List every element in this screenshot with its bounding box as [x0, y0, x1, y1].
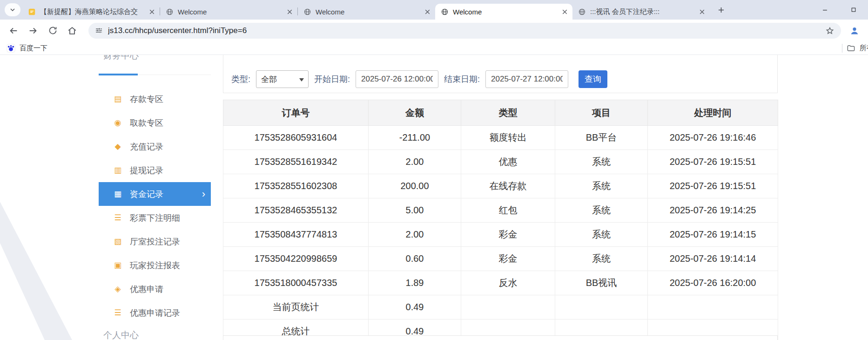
new-tab-button[interactable]: [714, 3, 727, 16]
globe-favicon: [303, 8, 311, 16]
tab-title: 【新提醒】海燕策略论坛综合交: [40, 7, 145, 16]
sidebar-item-deposit-zone[interactable]: ▤ 存款专区: [99, 87, 211, 111]
cell-project: 系统: [555, 247, 648, 271]
close-tab-icon[interactable]: [148, 8, 156, 16]
cell-amount: 1.89: [369, 271, 461, 295]
person-icon: [849, 25, 860, 36]
close-tab-icon[interactable]: [698, 8, 706, 16]
forum-favicon: [28, 8, 36, 16]
cell-type: 反水: [461, 271, 555, 295]
sidebar-item-promo-apply-records[interactable]: ☰ 优惠申请记录: [99, 301, 211, 325]
table-header-row: 订单号 金额 类型 项目 处理时间: [223, 100, 778, 126]
tab-title: Welcome: [316, 8, 421, 16]
tab-search-button[interactable]: [5, 3, 20, 16]
home-icon: [67, 26, 77, 36]
sidebar-item-label: 充值记录: [130, 141, 163, 152]
bookmarks-bar: 百度一下 所有书签: [0, 41, 868, 55]
bookmarks-divider: [842, 44, 842, 53]
close-tab-icon[interactable]: [424, 8, 431, 16]
filter-panel: 类型: 全部 开始日期: 结束日期: 查询: [223, 55, 778, 93]
close-tab-icon[interactable]: [561, 8, 569, 16]
deposit-card-icon: ▤: [113, 94, 123, 104]
cell-amount: -211.00: [369, 126, 461, 150]
tab-title: :::视讯 会员下注纪录:::: [590, 7, 695, 16]
sidebar-section-personal: 个人中心: [99, 329, 211, 340]
cell-project: BB视讯: [555, 271, 648, 295]
sidebar-item-label: 取款专区: [130, 117, 163, 129]
bookmark-baidu[interactable]: 百度一下: [7, 44, 47, 53]
sidebar-item-player-bet-report[interactable]: ▣ 玩家投注报表: [99, 253, 211, 277]
site-info-icon[interactable]: [95, 27, 103, 34]
start-date-input[interactable]: [356, 70, 438, 88]
cell-empty: [461, 295, 555, 320]
table-row: 1753508437774813 2.00 彩金 系统 2025-07-26 1…: [223, 223, 778, 247]
back-button[interactable]: [5, 22, 22, 40]
sidebar-item-recharge-records[interactable]: ◆ 充值记录: [99, 135, 211, 158]
cell-order: 1753504220998659: [223, 247, 369, 271]
cell-order: 1753518000457335: [223, 271, 369, 295]
back-arrow-icon: [8, 26, 19, 36]
chevron-down-icon: [9, 6, 16, 14]
sidebar-item-withdrawal-records[interactable]: ▥ 提现记录: [99, 158, 211, 182]
all-bookmarks[interactable]: 所有书签: [842, 44, 868, 53]
player-report-icon: ▣: [113, 260, 123, 270]
tab-strip: 【新提醒】海燕策略论坛综合交 Welcome W: [0, 0, 868, 20]
withdrawal-records-icon: ▥: [113, 165, 123, 175]
all-bookmarks-label: 所有书签: [860, 44, 868, 53]
background-triangle-decoration: [0, 171, 84, 340]
search-button[interactable]: 查询: [579, 70, 607, 88]
funds-records-table: 订单号 金额 类型 项目 处理时间 1753528605931604 -211.…: [223, 100, 778, 340]
cell-order: 1753528551602308: [223, 174, 369, 198]
maximize-button[interactable]: [839, 0, 868, 20]
sidebar-item-promo-apply[interactable]: ◈ 优惠申请: [99, 277, 211, 301]
pagination-panel: [223, 335, 778, 340]
header-project: 项目: [555, 100, 648, 126]
sidebar-item-label: 优惠申请记录: [130, 307, 180, 319]
globe-favicon: [166, 8, 174, 16]
cell-empty: [648, 295, 778, 320]
hall-bets-icon: ▧: [113, 237, 123, 246]
cell-amount: 2.00: [369, 150, 461, 174]
tabs-container: 【新提醒】海燕策略论坛综合交 Welcome W: [22, 0, 727, 20]
tab-title: Welcome: [178, 8, 283, 16]
cell-order: 1753528551619342: [223, 150, 369, 174]
cell-time: 2025-07-26 19:15:51: [648, 174, 778, 198]
cell-time: 2025-07-26 19:14:14: [648, 247, 778, 271]
sidebar-item-label: 提现记录: [130, 165, 163, 176]
close-tab-icon[interactable]: [286, 8, 294, 16]
tab-welcome-1[interactable]: Welcome: [160, 4, 297, 20]
sidebar-item-withdraw-zone[interactable]: ◉ 取款专区: [99, 111, 211, 135]
cell-type: 优惠: [461, 150, 555, 174]
summary-label: 当前页统计: [223, 295, 369, 320]
url-text: js13.cc/hhcp/usercenter.html?iniType=6: [108, 26, 825, 35]
tab-forum[interactable]: 【新提醒】海燕策略论坛综合交: [22, 4, 160, 20]
tab-welcome-2[interactable]: Welcome: [298, 4, 435, 20]
summary-row-current-page: 当前页统计 0.49: [223, 295, 778, 320]
sidebar-item-label: 存款专区: [130, 94, 163, 105]
end-date-input[interactable]: [485, 70, 568, 88]
bookmark-star-icon[interactable]: [825, 26, 834, 35]
cell-amount: 0.60: [369, 247, 461, 271]
type-label: 类型:: [231, 74, 250, 85]
globe-favicon: [578, 8, 586, 16]
sidebar-section-finance: 财务中心: [99, 55, 211, 75]
sidebar-menu: ▤ 存款专区 ◉ 取款专区 ◆ 充值记录 ▥ 提现记录 ▦ 资金记录: [99, 87, 211, 325]
browser-window: 【新提醒】海燕策略论坛综合交 Welcome W: [0, 0, 868, 340]
forward-button[interactable]: [24, 22, 42, 40]
tab-video-records[interactable]: :::视讯 会员下注纪录:::: [572, 4, 710, 20]
sidebar-item-funds-records[interactable]: ▦ 资金记录 ›: [99, 182, 211, 206]
reload-button[interactable]: [44, 22, 61, 40]
profile-avatar[interactable]: [847, 23, 862, 39]
minimize-button[interactable]: [810, 0, 839, 20]
cell-order: 1753528605931604: [223, 126, 369, 150]
sidebar-item-label: 厅室投注记录: [130, 236, 180, 247]
sidebar-item-hall-bet-records[interactable]: ▧ 厅室投注记录: [99, 230, 211, 253]
minimize-icon: [821, 7, 828, 14]
sidebar-item-lottery-bet-details[interactable]: ☰ 彩票下注明细: [99, 206, 211, 230]
table-row: 1753528551602308 200.00 在线存款 系统 2025-07-…: [223, 174, 778, 198]
home-button[interactable]: [63, 22, 81, 40]
tab-welcome-active[interactable]: Welcome: [435, 4, 572, 20]
type-select[interactable]: 全部: [256, 70, 309, 88]
address-bar[interactable]: js13.cc/hhcp/usercenter.html?iniType=6: [88, 23, 841, 39]
cell-order: 1753508437774813: [223, 223, 369, 247]
